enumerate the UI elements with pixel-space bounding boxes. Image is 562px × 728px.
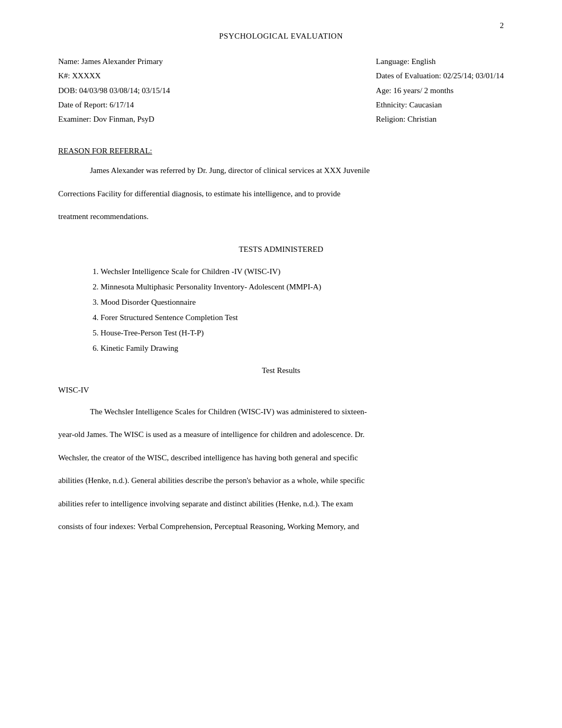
results-heading: Test Results — [58, 366, 504, 375]
reason-heading: REASON FOR REFERRAL: — [58, 147, 504, 156]
wisc-paragraph-6: consists of four indexes: Verbal Compreh… — [58, 520, 504, 534]
language-field: Language: English — [376, 56, 504, 68]
examiner-field: Examiner: Dov Finman, PsyD — [58, 113, 170, 125]
wisc-paragraph-4: abilities (Henke, n.d.). General abiliti… — [58, 474, 504, 488]
reason-paragraph-2: Corrections Facility for differential di… — [58, 187, 504, 201]
age-field: Age: 16 years/ 2 months — [376, 85, 504, 97]
religion-field: Religion: Christian — [376, 113, 504, 125]
name-field: Name: James Alexander Primary — [58, 56, 170, 68]
report-date-field: Date of Report: 6/17/14 — [58, 99, 170, 111]
page-number: 2 — [500, 21, 504, 30]
dob-field: DOB: 04/03/98 03/08/14; 03/15/14 — [58, 85, 170, 97]
wisc-label: WISC-IV — [58, 386, 504, 395]
list-item: Wechsler Intelligence Scale for Children… — [101, 265, 504, 279]
reason-paragraph-3: treatment recommendations. — [58, 210, 504, 224]
header-right: Language: English Dates of Evaluation: 0… — [376, 56, 504, 125]
list-item: Forer Structured Sentence Completion Tes… — [101, 311, 504, 325]
header-left: Name: James Alexander Primary K#: XXXXX … — [58, 56, 170, 125]
page: 2 PSYCHOLOGICAL EVALUATION Name: James A… — [0, 0, 562, 728]
header-info: Name: James Alexander Primary K#: XXXXX … — [58, 56, 504, 125]
tests-list: Wechsler Intelligence Scale for Children… — [101, 265, 504, 356]
k-field: K#: XXXXX — [58, 70, 170, 82]
eval-dates-field: Dates of Evaluation: 02/25/14; 03/01/14 — [376, 70, 504, 82]
list-item: Minnesota Multiphasic Personality Invent… — [101, 280, 504, 294]
wisc-paragraph-2: year-old James. The WISC is used as a me… — [58, 428, 504, 442]
reason-paragraph-1: James Alexander was referred by Dr. Jung… — [58, 164, 504, 178]
list-item: House-Tree-Person Test (H-T-P) — [101, 326, 504, 340]
list-item: Mood Disorder Questionnaire — [101, 295, 504, 310]
ethnicity-field: Ethnicity: Caucasian — [376, 99, 504, 111]
tests-heading: TESTS ADMINISTERED — [58, 245, 504, 254]
document-title: PSYCHOLOGICAL EVALUATION — [58, 32, 504, 41]
wisc-paragraph-5: abilities refer to intelligence involvin… — [58, 497, 504, 511]
list-item: Kinetic Family Drawing — [101, 341, 504, 356]
wisc-paragraph-3: Wechsler, the creator of the WISC, descr… — [58, 451, 504, 465]
wisc-paragraph-1: The Wechsler Intelligence Scales for Chi… — [58, 405, 504, 419]
